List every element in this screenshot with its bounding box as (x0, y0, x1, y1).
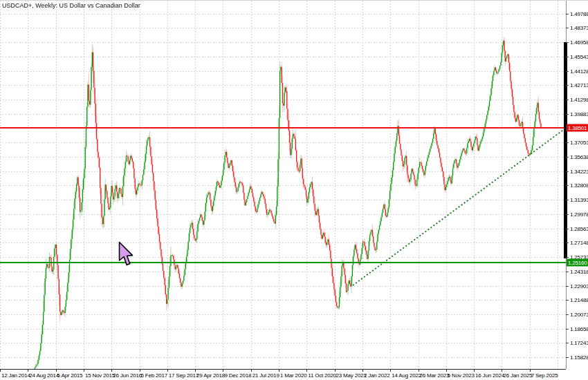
date-axis-label: 2 Jan 2022 (364, 372, 390, 379)
price-axis-tick (566, 300, 569, 301)
chart-window: USDCAD+, Weekly: US Dollar vs Canadian D… (0, 0, 588, 380)
date-axis-label: 23 May 2021 (336, 372, 367, 379)
price-axis-label: 1.37053 (570, 140, 588, 146)
date-axis-label: 1 Mar 2020 (280, 372, 306, 379)
price-axis-tick (566, 71, 569, 72)
date-axis-tick (306, 370, 307, 372)
price-axis-tick (566, 142, 569, 143)
price-axis-tick (566, 114, 569, 115)
date-axis-label: 16 Jun 2024 (475, 372, 504, 379)
date-axis[interactable]: 12 Jan 201424 Aug 20145 Apr 201515 Nov 2… (0, 370, 588, 380)
price-axis-label: 1.28563 (570, 225, 588, 231)
price-axis-tick (566, 28, 569, 28)
date-axis-label: 12 Jan 2014 (1, 372, 30, 379)
price-axis-tick (566, 57, 569, 57)
price-axis-label: 1.46958 (570, 39, 588, 46)
date-axis-label: 26 Jun 2016 (113, 372, 142, 379)
price-axis-label: 1.42713 (570, 82, 588, 88)
red-horizontal-line[interactable] (0, 127, 566, 129)
price-axis-tick (566, 229, 569, 229)
date-axis-label: 21 Jul 2019 (252, 372, 279, 379)
date-axis-label: 5 Apr 2015 (57, 372, 83, 379)
date-axis-tick (195, 370, 196, 372)
price-axis-tick (566, 243, 569, 243)
date-axis-label: 26 Jan 2025 (503, 372, 532, 379)
price-axis-tick (566, 185, 569, 186)
price-axis-label: 1.24318 (570, 268, 588, 274)
date-axis-tick (335, 370, 336, 372)
price-axis-tick (566, 343, 569, 343)
date-axis-tick (362, 370, 363, 372)
chart-title: USDCAD+, Weekly: US Dollar vs Canadian D… (2, 2, 140, 9)
date-axis-tick (28, 370, 28, 372)
price-axis-label: 1.27148 (570, 240, 588, 246)
mouse-cursor-icon (118, 241, 136, 267)
price-axis-tick (566, 14, 569, 15)
price-axis-label: 1.31393 (570, 197, 588, 203)
candlestick-chart-canvas[interactable] (0, 1, 566, 369)
price-axis-tick (566, 286, 569, 287)
date-axis-tick (84, 370, 84, 372)
price-axis-label: 1.35638 (570, 153, 588, 160)
price-axis-tick (566, 257, 569, 258)
date-axis-label: 5 Nov 2023 (448, 372, 475, 379)
date-axis-tick (140, 370, 140, 372)
price-axis-label: 1.29978 (570, 211, 588, 217)
price-axis-tick (566, 214, 569, 215)
date-axis-label: 7 Sep 2025 (531, 372, 558, 379)
price-axis-label: 1.34223 (570, 168, 588, 174)
price-axis-tick (566, 357, 569, 358)
price-axis-tick (566, 99, 569, 100)
price-axis[interactable]: 1.38501 1.25160 1.497881.483731.469581.4… (566, 1, 588, 369)
price-axis-tick (566, 314, 569, 315)
price-axis-label: 1.41298 (570, 97, 588, 103)
price-axis-tick (566, 157, 569, 158)
price-axis-tick (566, 329, 569, 330)
price-axis-tick (566, 85, 569, 86)
price-axis-label: 1.32808 (570, 182, 588, 189)
date-axis-tick (502, 370, 502, 372)
price-axis-label: 1.22903 (570, 283, 588, 289)
price-axis-label: 1.45543 (570, 53, 588, 59)
price-axis-label: 1.15828 (570, 354, 588, 361)
date-axis-label: 24 Aug 2014 (29, 372, 59, 379)
date-axis-label: 26 Mar 2023 (420, 372, 450, 379)
green-line-price-label: 1.25160 (567, 259, 588, 267)
date-axis-tick (474, 370, 475, 372)
date-axis-tick (390, 370, 391, 372)
date-axis-label: 9 Dec 2018 (224, 372, 251, 379)
price-axis-label: 1.21488 (570, 297, 588, 303)
price-axis-tick (566, 272, 569, 272)
price-axis-tick (566, 171, 569, 172)
price-axis-label: 1.20073 (570, 312, 588, 318)
date-axis-tick (167, 370, 168, 372)
date-axis-tick (56, 370, 57, 372)
date-axis-label: 5 Feb 2017 (141, 372, 167, 379)
price-axis-tick (566, 200, 569, 200)
date-axis-label: 17 Sep 2017 (169, 372, 199, 379)
green-horizontal-line[interactable] (0, 262, 566, 263)
red-line-price-label: 1.38501 (567, 124, 588, 131)
date-axis-tick (530, 370, 531, 372)
price-axis-label: 1.17243 (570, 340, 588, 346)
date-axis-tick (419, 370, 419, 372)
price-axis-label: 1.18658 (570, 325, 588, 332)
price-axis-label: 1.48373 (570, 25, 588, 31)
date-axis-tick (111, 370, 112, 372)
date-axis-tick (223, 370, 223, 372)
date-axis-tick (0, 370, 1, 372)
date-axis-label: 29 Apr 2018 (196, 372, 225, 379)
date-axis-tick (251, 370, 252, 372)
price-axis-tick (566, 42, 569, 43)
chart-plot-area[interactable]: USDCAD+, Weekly: US Dollar vs Canadian D… (0, 1, 566, 369)
price-axis-label: 1.49788 (570, 10, 588, 17)
price-axis-label: 1.44128 (570, 68, 588, 74)
date-axis-tick (446, 370, 447, 372)
price-axis-label: 1.39883 (570, 111, 588, 117)
date-axis-tick (279, 370, 279, 372)
date-axis-label: 14 Aug 2022 (392, 372, 421, 379)
date-axis-label: 15 Nov 2015 (85, 372, 115, 379)
date-axis-label: 11 Oct 2020 (308, 372, 336, 379)
